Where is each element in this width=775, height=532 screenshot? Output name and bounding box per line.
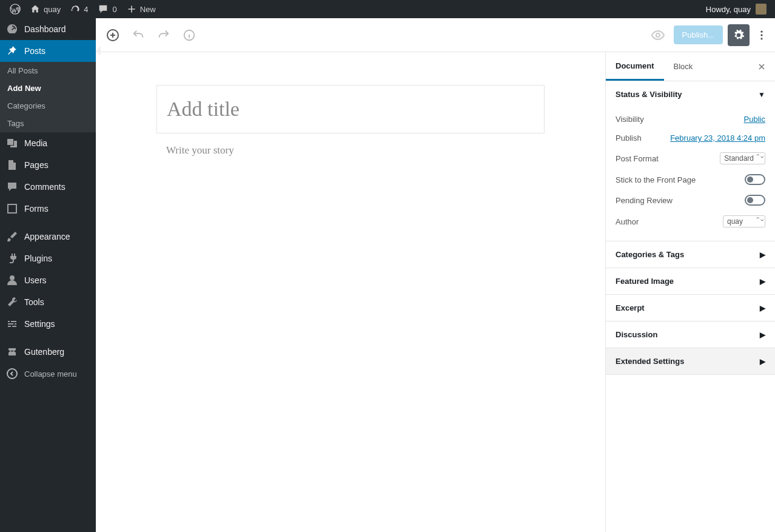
post-body-input[interactable]: Write your story [156, 133, 545, 167]
plug-icon [6, 252, 18, 264]
settings-panel: Document Block Status & Visibility ▼ Vis… [605, 52, 775, 532]
section-header-status[interactable]: Status & Visibility ▼ [606, 81, 775, 107]
howdy-text: Howdy, quay [706, 5, 751, 14]
more-vertical-icon [756, 29, 768, 41]
visibility-value-link[interactable]: Public [744, 115, 765, 124]
svg-point-3 [7, 369, 17, 379]
stick-front-page-label: Stick to the Front Page [616, 175, 696, 184]
sidebar-item-label: Appearance [24, 232, 70, 241]
svg-rect-1 [8, 204, 16, 213]
collapse-menu-button[interactable]: Collapse menu [0, 363, 96, 385]
add-block-button[interactable] [102, 24, 124, 46]
editor-canvas[interactable]: Add title Write your story [96, 52, 605, 532]
redo-button[interactable] [153, 24, 175, 46]
settings-toggle-button[interactable] [728, 24, 750, 46]
sidebar-item-pages[interactable]: Pages [0, 154, 96, 176]
wp-logo[interactable] [5, 0, 25, 18]
post-title-input[interactable]: Add title [156, 85, 545, 133]
sidebar-subitem-categories[interactable]: Categories [0, 97, 96, 115]
section-header-excerpt[interactable]: Excerpt ▶ [606, 295, 775, 321]
new-label: New [140, 5, 156, 14]
wrench-icon [6, 296, 18, 308]
post-format-label: Post Format [616, 154, 659, 163]
sidebar-item-appearance[interactable]: Appearance [0, 226, 96, 247]
section-discussion: Discussion ▶ [606, 322, 775, 348]
site-name-link[interactable]: quay [25, 0, 65, 18]
comment-icon [6, 181, 18, 193]
comments-link[interactable]: 0 [93, 0, 121, 18]
panel-tabs: Document Block [606, 52, 775, 81]
sidebar-item-settings[interactable]: Settings [0, 313, 96, 335]
sidebar-item-label: Tools [24, 297, 44, 307]
avatar [756, 4, 767, 15]
section-header-categories[interactable]: Categories & Tags ▶ [606, 241, 775, 268]
publish-date-link[interactable]: February 23, 2018 4:24 pm [670, 133, 765, 143]
admin-bar-right[interactable]: Howdy, quay [706, 4, 770, 15]
close-panel-button[interactable] [752, 57, 771, 76]
sidebar-item-gutenberg[interactable]: Gutenberg [0, 341, 96, 363]
site-name: quay [44, 5, 61, 14]
undo-button[interactable] [127, 24, 149, 46]
new-content-link[interactable]: New [122, 0, 161, 18]
stick-toggle[interactable] [745, 174, 765, 185]
sidebar-item-dashboard[interactable]: Dashboard [0, 18, 96, 40]
page-icon [6, 159, 18, 171]
sidebar-item-forms[interactable]: Forms [0, 198, 96, 220]
forms-icon [6, 203, 18, 215]
sidebar-subitem-all-posts[interactable]: All Posts [0, 62, 96, 79]
sidebar-item-label: Forms [24, 204, 49, 214]
updates-count: 4 [84, 5, 88, 14]
author-select[interactable]: quay [723, 215, 765, 227]
chevron-right-icon: ▶ [760, 357, 765, 366]
svg-point-9 [760, 38, 762, 39]
redo-icon [157, 29, 170, 42]
sidebar-item-label: Media [24, 138, 47, 148]
pending-toggle[interactable] [745, 195, 765, 206]
sidebar-item-tools[interactable]: Tools [0, 291, 96, 313]
tab-document[interactable]: Document [606, 52, 664, 81]
svg-point-7 [760, 30, 762, 32]
brush-icon [6, 231, 18, 243]
updates-link[interactable]: 4 [65, 0, 93, 18]
chevron-down-icon: ▼ [758, 90, 765, 99]
sidebar-item-label: Users [24, 275, 47, 285]
svg-point-2 [10, 275, 15, 280]
preview-button[interactable] [647, 24, 669, 46]
visibility-label: Visibility [616, 115, 644, 124]
more-menu-button[interactable] [754, 24, 769, 46]
plus-circle-icon [106, 28, 120, 42]
sidebar-item-comments[interactable]: Comments [0, 176, 96, 198]
section-header-discussion[interactable]: Discussion ▶ [606, 322, 775, 348]
sidebar-item-label: Comments [24, 182, 65, 192]
home-icon [30, 4, 40, 14]
sidebar-item-media[interactable]: Media [0, 132, 96, 154]
media-icon [6, 137, 18, 149]
pending-review-label: Pending Review [616, 196, 673, 205]
pin-icon [6, 45, 18, 57]
admin-bar-left: quay 4 0 New [5, 0, 161, 18]
sidebar-item-users[interactable]: Users [0, 269, 96, 291]
editor-toolbar: Publish... [96, 18, 775, 52]
sidebar-item-label: Posts [24, 46, 45, 56]
section-categories-tags: Categories & Tags ▶ [606, 241, 775, 268]
info-icon [183, 29, 196, 42]
sidebar-subitem-add-new[interactable]: Add New [0, 79, 96, 97]
sidebar-item-plugins[interactable]: Plugins [0, 247, 96, 269]
chevron-right-icon: ▶ [760, 331, 765, 339]
sidebar-item-label: Dashboard [24, 24, 66, 34]
sidebar-item-label: Pages [24, 160, 49, 170]
close-icon [757, 62, 767, 72]
sidebar-subitem-tags[interactable]: Tags [0, 115, 96, 132]
editor-area: Publish... Add title Write your story [96, 18, 775, 532]
wordpress-icon [10, 4, 21, 15]
info-button[interactable] [178, 24, 200, 46]
section-extended-settings: Extended Settings ▶ [606, 348, 775, 375]
publish-button[interactable]: Publish... [674, 25, 723, 44]
section-header-featured[interactable]: Featured Image ▶ [606, 268, 775, 294]
tab-block[interactable]: Block [664, 52, 703, 81]
post-format-select[interactable]: Standard [720, 152, 765, 164]
section-excerpt: Excerpt ▶ [606, 295, 775, 322]
sidebar-item-posts[interactable]: Posts [0, 40, 96, 62]
section-header-extended[interactable]: Extended Settings ▶ [606, 348, 775, 374]
refresh-icon [70, 4, 80, 14]
